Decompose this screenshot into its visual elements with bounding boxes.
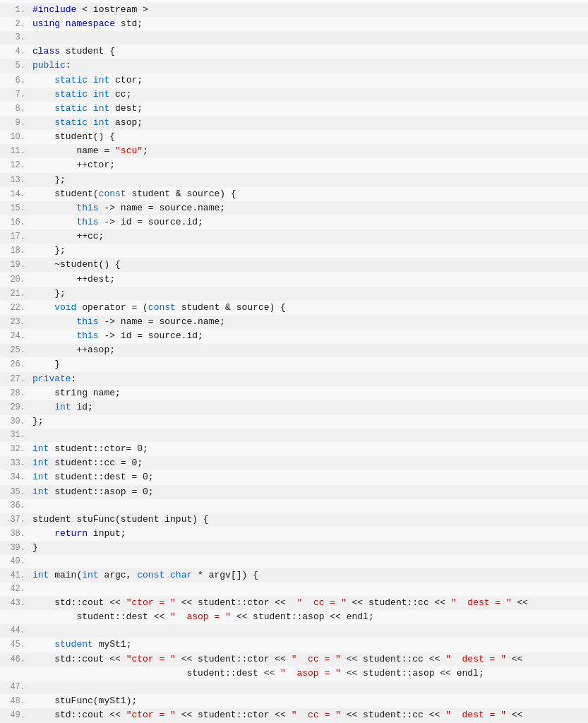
code-line-32: 32. int student::ctor= 0; — [0, 442, 588, 456]
line-number: 22. — [6, 301, 25, 315]
line-number: 8. — [6, 102, 25, 116]
line-number: 23. — [6, 316, 25, 329]
line-number: 40. — [6, 555, 25, 568]
line-number: 15. — [6, 202, 25, 215]
code-line-12: 12. ++ctor; — [0, 158, 588, 172]
code-line-39: 39. } — [0, 541, 588, 555]
line-code: int student::ctor= 0; — [32, 442, 148, 456]
code-line-42: 42. — [0, 582, 588, 596]
line-code: ~student() { — [32, 258, 121, 272]
line-number: 47. — [6, 681, 25, 694]
line-number: 35. — [6, 486, 25, 499]
line-number: 45. — [6, 638, 25, 652]
line-code: std::cout << "ctor = " << student::ctor … — [32, 708, 522, 722]
line-number: 24. — [6, 330, 25, 343]
line-number: 1. — [6, 4, 25, 17]
code-line-18: 18. }; — [0, 244, 588, 258]
line-number: 31. — [6, 429, 25, 442]
line-number: 49. — [6, 709, 25, 722]
line-code: }; — [32, 244, 66, 258]
line-number: 32. — [6, 443, 25, 456]
line-code: ++asop; — [32, 343, 115, 357]
line-code: #include < iostream > — [32, 3, 148, 17]
line-code: }; — [32, 287, 66, 301]
line-number: 10. — [6, 131, 25, 144]
line-number: 6. — [6, 74, 25, 88]
line-number: 21. — [6, 287, 25, 301]
code-line-1: 1. #include < iostream > — [0, 3, 588, 17]
code-line-23: 23. this -> name = source.name; — [0, 315, 588, 329]
line-code: } — [32, 357, 60, 371]
line-number: 41. — [6, 569, 25, 582]
line-number: 37. — [6, 513, 25, 527]
line-number: 39. — [6, 542, 25, 555]
line-number: 11. — [6, 145, 25, 158]
line-code: int student::cc = 0; — [32, 456, 143, 470]
line-number: 20. — [6, 273, 25, 287]
line-code: student::dest << " asop = " << student::… — [32, 610, 374, 624]
line-number: 16. — [6, 216, 25, 229]
line-code: student::dest << " asop = " << student::… — [32, 667, 484, 681]
code-line-47: 47. — [0, 681, 588, 694]
line-code: ++ctor; — [32, 158, 115, 172]
line-number: 33. — [6, 457, 25, 470]
line-number: 38. — [6, 527, 25, 541]
line-number: 2. — [6, 18, 25, 31]
code-line-45: 45. student mySt1; — [0, 638, 588, 652]
line-number: 43. — [6, 597, 25, 610]
line-number: 28. — [6, 387, 25, 400]
line-code: this -> name = source.name; — [32, 201, 225, 215]
line-number: 12. — [6, 159, 25, 172]
line-number: 48. — [6, 695, 25, 708]
code-line-44: 44. — [0, 624, 588, 638]
code-line-27: 27. private: — [0, 372, 588, 386]
line-code: name = "scu"; — [32, 144, 148, 158]
code-line-41: 41. int main(int argc, const char * argv… — [0, 568, 588, 582]
code-line-17: 17. ++cc; — [0, 229, 588, 244]
code-line-7: 7. static int cc; — [0, 88, 588, 102]
line-code: }; — [32, 173, 66, 187]
code-line-30: 30. }; — [0, 414, 588, 429]
line-number: 4. — [6, 45, 25, 59]
line-code: static int ctor; — [32, 73, 143, 88]
line-code: int student::dest = 0; — [32, 470, 154, 484]
code-line-43a: 43. std::cout << "ctor = " << student::c… — [0, 596, 588, 610]
line-code: } — [32, 541, 38, 555]
code-line-13: 13. }; — [0, 173, 588, 187]
line-code: ++cc; — [32, 229, 104, 244]
code-line-31: 31. — [0, 429, 588, 442]
code-line-24: 24. this -> id = source.id; — [0, 329, 588, 343]
code-line-35: 35. int student::asop = 0; — [0, 485, 588, 499]
line-number: 19. — [6, 258, 25, 272]
line-code: using namespace std; — [32, 17, 143, 31]
line-number: 14. — [6, 188, 25, 201]
line-code: student stuFunc(student input) { — [32, 513, 209, 527]
code-line-38: 38. return input; — [0, 527, 588, 541]
line-number: 30. — [6, 415, 25, 429]
code-line-19: 19. ~student() { — [0, 258, 588, 272]
line-code: int student::asop = 0; — [32, 485, 154, 499]
line-number: 42. — [6, 582, 25, 596]
code-line-43b: student::dest << " asop = " << student::… — [0, 610, 588, 624]
code-line-20: 20. ++dest; — [0, 273, 588, 287]
line-code: std::cout << "ctor = " << student::ctor … — [32, 652, 522, 667]
line-code: this -> id = source.id; — [32, 329, 203, 343]
line-code: this -> name = source.name; — [32, 315, 225, 329]
code-line-9: 9. static int asop; — [0, 116, 588, 130]
line-number: 27. — [6, 373, 25, 386]
line-code: void operator = (const student & source)… — [32, 301, 286, 315]
line-code: student mySt1; — [32, 638, 131, 652]
code-line-26: 26. } — [0, 357, 588, 371]
code-line-14: 14. student(const student & source) { — [0, 187, 588, 201]
code-line-25: 25. ++asop; — [0, 343, 588, 357]
line-code: string name; — [32, 386, 121, 400]
code-line-16: 16. this -> id = source.id; — [0, 215, 588, 229]
line-code: std::cout << "ctor = " << student::ctor … — [32, 596, 528, 610]
line-number: 5. — [6, 59, 25, 73]
code-line-10: 10. student() { — [0, 130, 588, 144]
line-code: static int dest; — [32, 102, 143, 116]
code-line-4: 4. class student { — [0, 44, 588, 59]
code-line-22: 22. void operator = (const student & sou… — [0, 301, 588, 315]
code-line-11: 11. name = "scu"; — [0, 144, 588, 158]
code-line-21: 21. }; — [0, 287, 588, 301]
